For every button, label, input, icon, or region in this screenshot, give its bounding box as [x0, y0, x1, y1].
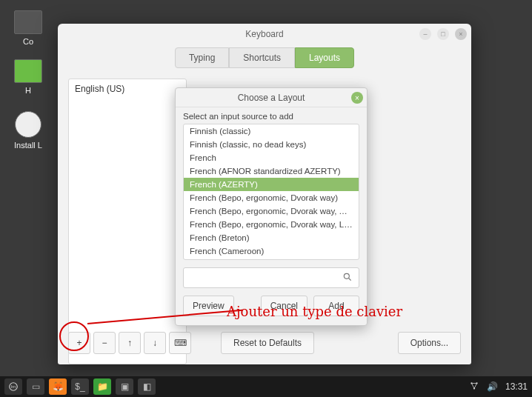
desktop-icon-home[interactable]: H — [6, 59, 50, 95]
layout-option-item[interactable]: Finnish (classic, no dead keys) — [184, 138, 359, 151]
layout-option-item[interactable]: Finnish (classic) — [184, 124, 359, 138]
window-minimize-button[interactable]: – — [419, 28, 431, 40]
layout-list-item[interactable]: English (US) — [75, 84, 180, 94]
volume-tray-icon[interactable]: 🔊 — [487, 381, 498, 392]
dialog-titlebar[interactable]: Choose a Layout × — [176, 88, 367, 107]
clock[interactable]: 13:31 — [505, 381, 528, 392]
layout-option-item[interactable]: French — [184, 151, 359, 164]
tab-layouts[interactable]: Layouts — [295, 47, 354, 68]
dialog-subtitle: Select an input source to add — [176, 107, 367, 124]
search-icon — [342, 272, 353, 284]
layout-option-item[interactable]: French (Bepo, ergonomic, Dvorak way) — [184, 191, 359, 204]
move-down-button[interactable]: ↓ — [144, 332, 166, 354]
computer-icon — [14, 10, 42, 34]
terminal-launcher[interactable]: $_ — [71, 378, 89, 395]
taskbar-app-icon[interactable]: ◧ — [138, 378, 156, 395]
layout-option-item[interactable]: French (Breton) — [184, 231, 359, 244]
options-button[interactable]: Options... — [398, 332, 461, 354]
remove-layout-button[interactable]: − — [93, 332, 116, 354]
add-button[interactable]: Add — [313, 296, 359, 316]
desktop-icon-label: Co — [23, 37, 33, 46]
network-tray-icon[interactable] — [469, 381, 479, 393]
layout-toolbar: + − ↑ ↓ ⌨ — [68, 332, 191, 354]
desktop-icon-label: Install L — [14, 141, 42, 150]
svg-text:lm: lm — [11, 384, 16, 389]
svg-line-1 — [349, 278, 351, 280]
window-maximize-button[interactable]: □ — [437, 28, 449, 40]
show-desktop-button[interactable]: ▭ — [27, 378, 44, 395]
add-layout-button[interactable]: + — [68, 332, 90, 354]
window-title: Keyboard — [245, 29, 283, 39]
tab-shortcuts[interactable]: Shortcuts — [229, 47, 295, 68]
window-titlebar[interactable]: Keyboard – □ × — [58, 24, 471, 44]
layouts-list[interactable]: English (US) — [68, 79, 187, 364]
settings-tabs: Typing Shortcuts Layouts — [58, 47, 471, 68]
preview-button[interactable]: Preview — [183, 296, 234, 316]
cancel-button[interactable]: Cancel — [261, 296, 307, 316]
home-folder-icon — [14, 59, 42, 83]
layout-search-field[interactable] — [183, 267, 359, 288]
tab-typing[interactable]: Typing — [175, 47, 229, 68]
dialog-close-button[interactable]: × — [351, 92, 363, 104]
dialog-title: Choose a Layout — [238, 93, 305, 103]
layout-option-item[interactable]: French (Cameroon) — [184, 244, 359, 258]
show-keyboard-button[interactable]: ⌨ — [169, 332, 191, 354]
layout-option-item[interactable]: French (AZERTY) — [184, 178, 359, 191]
choose-layout-dialog: Choose a Layout × Select an input source… — [175, 87, 368, 326]
layout-option-item[interactable]: French (Canada) — [184, 258, 359, 260]
start-menu-button[interactable]: lm — [4, 378, 22, 395]
reset-defaults-button[interactable]: Reset to Defaults — [221, 332, 314, 354]
firefox-launcher[interactable]: 🦊 — [49, 378, 67, 395]
installer-icon — [15, 111, 41, 138]
layout-option-item[interactable]: French (Bepo, ergonomic, Dvorak way, Lat… — [184, 218, 359, 231]
move-up-button[interactable]: ↑ — [119, 332, 141, 354]
svg-point-0 — [344, 273, 349, 278]
desktop-icon-label: H — [25, 86, 31, 95]
search-input[interactable] — [190, 273, 342, 283]
taskbar-app-icon[interactable]: ▣ — [116, 378, 133, 395]
window-close-button[interactable]: × — [455, 28, 467, 40]
layout-option-item[interactable]: French (Bepo, ergonomic, Dvorak way, AFN… — [184, 204, 359, 218]
desktop-icon-installer[interactable]: Install L — [6, 111, 50, 150]
layout-options-list[interactable]: Finnish (classic)Finnish (classic, no de… — [183, 124, 359, 260]
files-launcher[interactable]: 📁 — [93, 378, 111, 395]
layout-option-item[interactable]: French (AFNOR standardized AZERTY) — [184, 164, 359, 178]
taskbar: lm ▭ 🦊 $_ 📁 ▣ ◧ 🔊 13:31 — [0, 376, 532, 397]
desktop-icon-computer[interactable]: Co — [6, 10, 50, 46]
